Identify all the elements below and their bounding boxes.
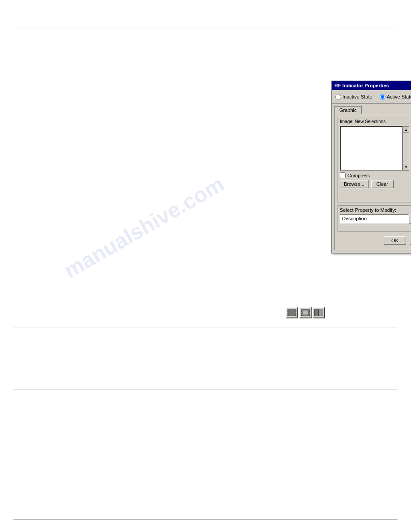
compress-row: Compress <box>340 172 411 178</box>
inactive-state-radio-label[interactable]: Inactive State <box>335 94 372 100</box>
svg-rect-44 <box>319 309 323 316</box>
svg-rect-26 <box>287 309 288 310</box>
svg-rect-36 <box>301 313 302 314</box>
description-dropdown-arrow[interactable]: ▼ <box>409 215 411 223</box>
dialog-content: Image: New Selections ▲ ▼ Compress <box>334 114 411 250</box>
svg-rect-25 <box>288 309 295 316</box>
select-property-bottom-label: Select Property to Modify: <box>340 207 411 213</box>
bottom-icon-group <box>286 307 325 318</box>
svg-rect-43 <box>315 309 318 316</box>
compress-checkbox[interactable] <box>340 172 346 178</box>
top-divider <box>13 27 398 27</box>
description-dropdown-value: Description <box>340 215 409 223</box>
dialog-window: RF Indicator Properties × Inactive State… <box>331 81 411 253</box>
image-group-label: Image: New Selections <box>340 119 411 124</box>
active-state-radio-label[interactable]: Active State <box>380 94 411 100</box>
inactive-state-radio[interactable] <box>335 94 341 100</box>
dialog-title: RF Indicator Properties <box>334 83 389 88</box>
svg-rect-29 <box>295 309 296 310</box>
browse-button[interactable]: Browse... <box>340 180 368 188</box>
tab-graphic[interactable]: Graphic <box>334 106 362 114</box>
ok-button[interactable]: OK <box>384 236 406 245</box>
browse-clear-row: Browse... Clear <box>340 180 411 188</box>
bottom-filmstrip-btn-2[interactable] <box>299 307 312 318</box>
svg-rect-27 <box>287 312 288 313</box>
bottom-filmstrip-btn-1[interactable] <box>286 307 298 318</box>
bottom-section: Select Property to Modify: Description ▼… <box>338 205 411 232</box>
clear-button[interactable]: Clear <box>371 180 394 188</box>
bottom-filmstrip-btn-3[interactable] <box>313 307 325 318</box>
dialog-toolbar: Inactive State Active State 🔒 <box>332 90 411 104</box>
svg-rect-35 <box>301 312 302 313</box>
compress-label: Compress <box>347 173 370 178</box>
svg-rect-40 <box>303 311 308 315</box>
svg-rect-31 <box>295 313 296 314</box>
svg-rect-34 <box>301 309 302 310</box>
image-box <box>340 126 403 171</box>
dialog-buttons: OK Cancel Help <box>338 235 411 247</box>
bottom-divider-3 <box>13 519 398 520</box>
bottom-divider <box>13 327 398 327</box>
tab-bar: Graphic <box>332 104 411 114</box>
svg-rect-38 <box>309 312 310 313</box>
active-state-radio[interactable] <box>380 94 385 100</box>
image-scroll-up[interactable]: ▲ <box>403 126 409 133</box>
bottom-divider-2 <box>13 390 398 390</box>
svg-rect-28 <box>287 313 288 314</box>
watermark: manualshive.com <box>60 172 228 283</box>
image-group: Image: New Selections ▲ ▼ Compress <box>338 117 411 202</box>
svg-rect-30 <box>295 312 296 313</box>
top-section: Image: New Selections ▲ ▼ Compress <box>338 117 411 202</box>
select-property-bottom: Select Property to Modify: Description ▼ <box>340 207 411 230</box>
svg-rect-37 <box>309 309 310 310</box>
svg-rect-39 <box>309 313 310 314</box>
dialog-titlebar: RF Indicator Properties × <box>332 81 411 90</box>
image-scroll-down[interactable]: ▼ <box>403 164 409 170</box>
